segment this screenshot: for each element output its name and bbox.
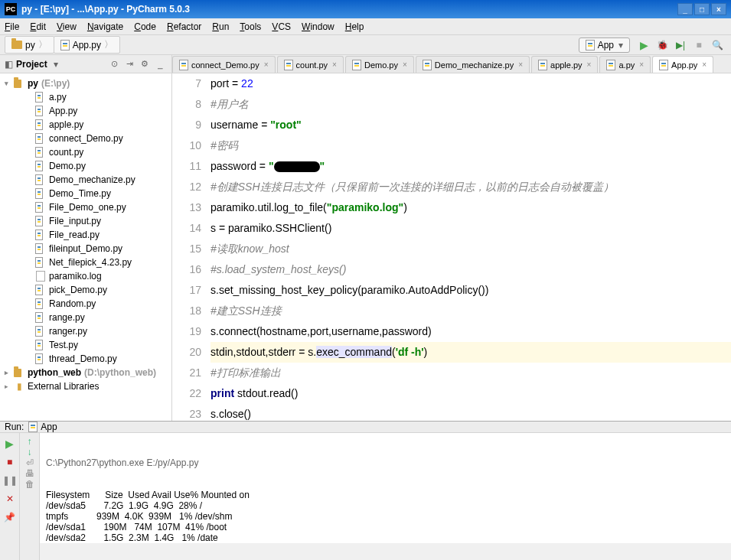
menu-run[interactable]: Run xyxy=(212,21,229,32)
run-coverage-button[interactable]: ▶| xyxy=(673,37,688,53)
up-stack-button[interactable]: ↑ xyxy=(28,436,32,447)
tree-file[interactable]: Test.py xyxy=(0,338,171,352)
tree-file[interactable]: ranger.py xyxy=(0,324,171,338)
code-editor[interactable]: 7891011121314151617181920212223 port = 2… xyxy=(172,73,731,421)
code-line[interactable]: s.close() xyxy=(210,404,731,421)
pause-button[interactable]: ❚❚ xyxy=(2,473,18,488)
tree-file[interactable]: Net_filepick_4.23.py xyxy=(0,256,171,269)
tree-file[interactable]: thread_Demo.py xyxy=(0,352,171,366)
code-lines[interactable]: port = 22#用户名username = "root"#密码passwor… xyxy=(210,73,731,421)
tree-file[interactable]: pick_Demo.py xyxy=(0,283,171,297)
tab-apple-py[interactable]: apple.py× xyxy=(531,56,598,73)
tree-file[interactable]: File_Demo_one.py xyxy=(0,200,171,214)
code-line[interactable]: #s.load_system_host_keys() xyxy=(210,259,731,280)
run-title[interactable]: App xyxy=(41,422,57,432)
search-button[interactable]: 🔍 xyxy=(710,37,725,53)
code-line[interactable]: s = paramiko.SSHClient() xyxy=(210,218,731,239)
tab-count-py[interactable]: count.py× xyxy=(277,56,344,73)
code-line[interactable]: #建立SSH连接 xyxy=(210,301,731,321)
minimize-button[interactable]: _ xyxy=(677,3,693,15)
menu-file[interactable]: File xyxy=(5,21,19,32)
code-line[interactable]: stdin,stdout,stderr = s.exec_command('df… xyxy=(210,342,731,363)
print-button[interactable]: 🖶 xyxy=(25,468,34,479)
close-tab-icon[interactable]: × xyxy=(518,60,523,69)
down-stack-button[interactable]: ↓ xyxy=(28,447,32,457)
folder-icon xyxy=(14,80,21,88)
tree-file[interactable]: Demo.py xyxy=(0,159,171,173)
close-tab-icon[interactable]: × xyxy=(403,60,407,69)
project-view-dropdown[interactable]: ▾ xyxy=(54,59,58,70)
tab-connect_Demo-py[interactable]: connect_Demo.py× xyxy=(172,56,276,73)
settings-button[interactable]: ⚙ xyxy=(138,57,152,71)
tree-file[interactable]: File_read.py xyxy=(0,228,171,242)
code-line[interactable]: username = "root" xyxy=(210,115,731,135)
code-line[interactable]: password = "" xyxy=(210,156,731,177)
tab-Demo_mechanize-py[interactable]: Demo_mechanize.py× xyxy=(416,56,530,73)
breadcrumb-file[interactable]: App.py 〉 xyxy=(54,36,120,54)
pin-button[interactable]: 📌 xyxy=(2,510,18,525)
collapse-all-button[interactable]: ⇥ xyxy=(122,57,136,71)
menu-refactor[interactable]: Refactor xyxy=(167,21,201,32)
clear-button[interactable]: 🗑 xyxy=(25,479,34,490)
menu-tools[interactable]: Tools xyxy=(240,21,261,32)
code-line[interactable]: #用户名 xyxy=(210,94,731,115)
close-tab-icon[interactable]: × xyxy=(587,60,592,69)
code-line[interactable]: #创建SSH连接日志文件（只保留前一次连接的详细日志，以前的日志会自动被覆盖） xyxy=(210,177,731,197)
menu-vcs[interactable]: VCS xyxy=(272,21,291,32)
run-button[interactable]: ▶ xyxy=(636,37,651,53)
project-tree[interactable]: ▾py(E:\py)a.pyApp.pyapple.pyconnect_Demo… xyxy=(0,73,171,421)
menu-view[interactable]: View xyxy=(57,21,77,32)
code-line[interactable]: paramiko.util.log_to_file("paramiko.log"… xyxy=(210,197,731,218)
maximize-button[interactable]: □ xyxy=(694,3,710,15)
debug-button[interactable]: 🐞 xyxy=(654,37,670,53)
code-line[interactable]: #读取know_host xyxy=(210,239,731,259)
tree-file[interactable]: count.py xyxy=(0,145,171,159)
project-panel-header: ◧ Project ▾ ⊙ ⇥ ⚙ ⎯ xyxy=(0,55,171,73)
tree-file[interactable]: range.py xyxy=(0,311,171,324)
close-tab-icon[interactable]: × xyxy=(264,60,269,69)
stop-run-button[interactable]: ■ xyxy=(2,454,18,470)
tree-file[interactable]: Random.py xyxy=(0,297,171,311)
menu-code[interactable]: Code xyxy=(134,21,156,32)
tree-file[interactable]: connect_Demo.py xyxy=(0,132,171,145)
scroll-from-source-button[interactable]: ⊙ xyxy=(107,57,121,71)
console-output[interactable]: C:\Python27\python.exe E:/py/App.py File… xyxy=(40,433,731,560)
tab-App-py[interactable]: App.py× xyxy=(652,56,713,73)
stop-button[interactable]: ■ xyxy=(691,37,707,53)
tree-file[interactable]: File_input.py xyxy=(0,214,171,228)
soft-wrap-button[interactable]: ⏎ xyxy=(26,457,34,468)
close-tab-icon[interactable]: × xyxy=(639,60,644,69)
menu-help[interactable]: Help xyxy=(345,21,364,32)
tree-root[interactable]: ▾py(E:\py) xyxy=(0,77,171,90)
code-line[interactable]: s.set_missing_host_key_policy(paramiko.A… xyxy=(210,280,731,301)
close-tab-icon[interactable]: × xyxy=(702,60,707,69)
tree-folder[interactable]: ▸python_web(D:\python_web) xyxy=(0,366,171,379)
tree-file[interactable]: paramiko.log xyxy=(0,269,171,283)
close-run-button[interactable]: ✕ xyxy=(2,491,18,506)
close-button[interactable]: × xyxy=(711,3,726,15)
run-config-selector[interactable]: App ▾ xyxy=(579,37,630,53)
code-line[interactable]: print stdout.read() xyxy=(210,383,731,404)
tree-file[interactable]: a.py xyxy=(0,90,171,104)
hide-button[interactable]: ⎯ xyxy=(153,57,167,71)
menu-edit[interactable]: Edit xyxy=(30,21,46,32)
tree-file[interactable]: Demo_Time.py xyxy=(0,187,171,200)
tree-file[interactable]: App.py xyxy=(0,104,171,118)
close-tab-icon[interactable]: × xyxy=(332,60,337,69)
menu-navigate[interactable]: Navigate xyxy=(87,21,123,32)
code-line[interactable]: port = 22 xyxy=(210,73,731,94)
tab-a-py[interactable]: a.py× xyxy=(599,56,651,73)
menu-window[interactable]: Window xyxy=(302,21,334,32)
tree-external-libraries[interactable]: ▸▮External Libraries xyxy=(0,379,171,393)
project-panel-title[interactable]: Project xyxy=(16,59,47,70)
code-line[interactable]: #打印标准输出 xyxy=(210,363,731,383)
toolbar: py 〉 App.py 〉 App ▾ ▶ 🐞 ▶| ■ 🔍 xyxy=(0,35,731,55)
code-line[interactable]: s.connect(hostname,port,username,passwor… xyxy=(210,321,731,342)
tree-file[interactable]: apple.py xyxy=(0,118,171,132)
tab-Demo-py[interactable]: Demo.py× xyxy=(345,56,414,73)
breadcrumb-root[interactable]: py 〉 xyxy=(5,36,54,54)
code-line[interactable]: #密码 xyxy=(210,135,731,156)
rerun-button[interactable]: ▶ xyxy=(2,436,18,451)
tree-file[interactable]: Demo_mechanize.py xyxy=(0,173,171,187)
tree-file[interactable]: fileinput_Demo.py xyxy=(0,242,171,256)
